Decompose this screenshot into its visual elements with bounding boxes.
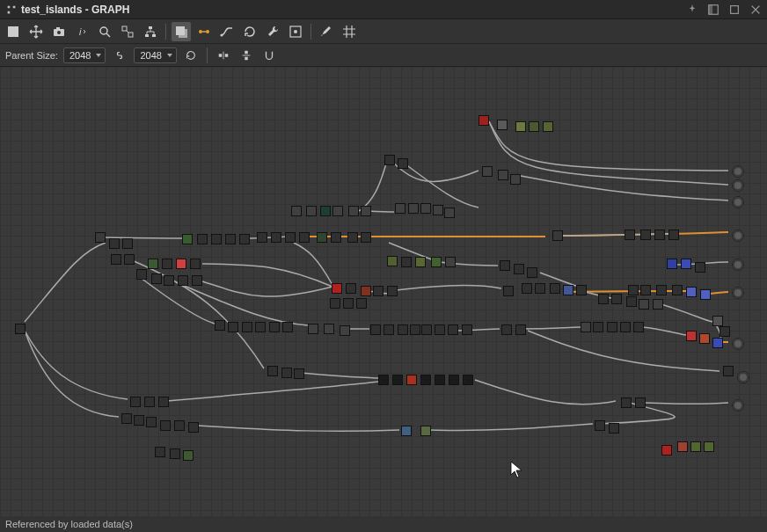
graph-node[interactable] — [550, 283, 560, 294]
tool-connect-icon[interactable] — [194, 22, 214, 41]
graph-node[interactable] — [299, 232, 310, 243]
graph-node[interactable] — [625, 230, 635, 240]
graph-node[interactable] — [332, 283, 342, 294]
graph-node[interactable] — [514, 264, 524, 274]
graph-node[interactable] — [639, 299, 649, 310]
output-node[interactable] — [732, 338, 744, 350]
align-v-icon[interactable] — [237, 47, 255, 64]
graph-node[interactable] — [420, 203, 431, 214]
graph-node[interactable] — [392, 375, 403, 385]
parent-height-dropdown[interactable]: 2048 — [134, 47, 176, 63]
graph-node[interactable] — [510, 174, 521, 185]
graph-node[interactable] — [444, 208, 455, 218]
graph-node[interactable] — [267, 366, 278, 376]
graph-node[interactable] — [500, 260, 510, 271]
graph-node[interactable] — [370, 324, 381, 335]
graph-node[interactable] — [576, 285, 587, 295]
graph-node[interactable] — [686, 331, 697, 341]
graph-node[interactable] — [408, 203, 419, 214]
graph-node[interactable] — [144, 397, 155, 407]
output-node[interactable] — [732, 399, 744, 412]
graph-node[interactable] — [668, 230, 679, 240]
graph-node[interactable] — [228, 322, 238, 332]
graph-node[interactable] — [170, 448, 180, 459]
tool-brush-icon[interactable] — [317, 22, 336, 41]
graph-node[interactable] — [121, 413, 132, 424]
output-node[interactable] — [732, 165, 744, 178]
graph-node[interactable] — [151, 273, 162, 284]
output-node[interactable] — [732, 196, 744, 208]
tool-hierarchy-icon[interactable] — [141, 22, 160, 41]
graph-node[interactable] — [281, 368, 292, 378]
snap-icon[interactable] — [260, 47, 278, 64]
graph-node[interactable] — [361, 206, 371, 216]
tool-move-icon[interactable] — [26, 22, 46, 41]
graph-node[interactable] — [308, 324, 318, 334]
graph-node[interactable] — [306, 206, 317, 216]
reset-icon[interactable] — [182, 47, 200, 64]
graph-node[interactable] — [535, 283, 545, 294]
graph-node[interactable] — [146, 417, 157, 427]
graph-node[interactable] — [478, 115, 489, 126]
graph-node[interactable] — [598, 294, 609, 304]
tool-grid-icon[interactable] — [340, 22, 359, 41]
graph-node[interactable] — [330, 298, 340, 309]
graph-node[interactable] — [563, 285, 573, 295]
graph-node[interactable] — [15, 324, 26, 334]
graph-node[interactable] — [373, 286, 384, 296]
graph-node[interactable] — [640, 285, 651, 295]
graph-node[interactable] — [435, 324, 445, 335]
graph-node[interactable] — [482, 166, 493, 177]
graph-node[interactable] — [269, 322, 280, 332]
graph-node[interactable] — [215, 320, 225, 331]
graph-node[interactable] — [343, 298, 354, 309]
graph-node[interactable] — [723, 366, 734, 376]
graph-node[interactable] — [190, 259, 201, 269]
maximize-icon[interactable] — [728, 4, 741, 16]
output-node[interactable] — [732, 259, 744, 271]
graph-node[interactable] — [387, 256, 398, 266]
dock-icon[interactable] — [707, 4, 720, 16]
graph-node[interactable] — [686, 287, 697, 297]
graph-node[interactable] — [348, 206, 359, 216]
graph-node[interactable] — [282, 322, 293, 332]
graph-node[interactable] — [628, 285, 639, 295]
graph-node[interactable] — [148, 259, 158, 269]
graph-node[interactable] — [543, 121, 553, 132]
close-icon[interactable] — [749, 4, 762, 16]
tool-zoom-icon[interactable] — [95, 22, 114, 41]
output-node[interactable] — [732, 230, 744, 242]
graph-node[interactable] — [581, 322, 591, 332]
graph-node[interactable] — [621, 397, 632, 408]
graph-node[interactable] — [609, 423, 619, 434]
graph-node[interactable] — [294, 368, 304, 379]
graph-node[interactable] — [433, 205, 443, 215]
graph-node[interactable] — [398, 324, 408, 335]
graph-node[interactable] — [420, 426, 431, 436]
graph-node[interactable] — [122, 238, 133, 249]
graph-node[interactable] — [95, 232, 106, 243]
tool-fit-icon[interactable] — [118, 22, 137, 41]
graph-node[interactable] — [183, 450, 194, 461]
graph-node[interactable] — [130, 397, 141, 407]
tool-camera-icon[interactable] — [49, 22, 69, 41]
graph-node[interactable] — [421, 324, 432, 335]
tool-curve-icon[interactable] — [217, 22, 237, 41]
graph-node[interactable] — [178, 275, 188, 286]
graph-node[interactable] — [515, 324, 526, 335]
graph-node[interactable] — [347, 232, 358, 243]
graph-node[interactable] — [384, 155, 395, 165]
graph-node[interactable] — [182, 234, 193, 244]
graph-node[interactable] — [324, 324, 334, 334]
graph-node[interactable] — [361, 286, 371, 296]
graph-node[interactable] — [700, 289, 711, 300]
graph-node[interactable] — [331, 232, 341, 243]
graph-node[interactable] — [667, 259, 677, 269]
graph-node[interactable] — [529, 121, 539, 132]
graph-node[interactable] — [448, 324, 458, 335]
graph-node[interactable] — [620, 322, 631, 332]
graph-node[interactable] — [257, 232, 267, 243]
graph-node[interactable] — [552, 230, 563, 241]
graph-node[interactable] — [677, 441, 688, 452]
graph-node[interactable] — [595, 420, 605, 431]
